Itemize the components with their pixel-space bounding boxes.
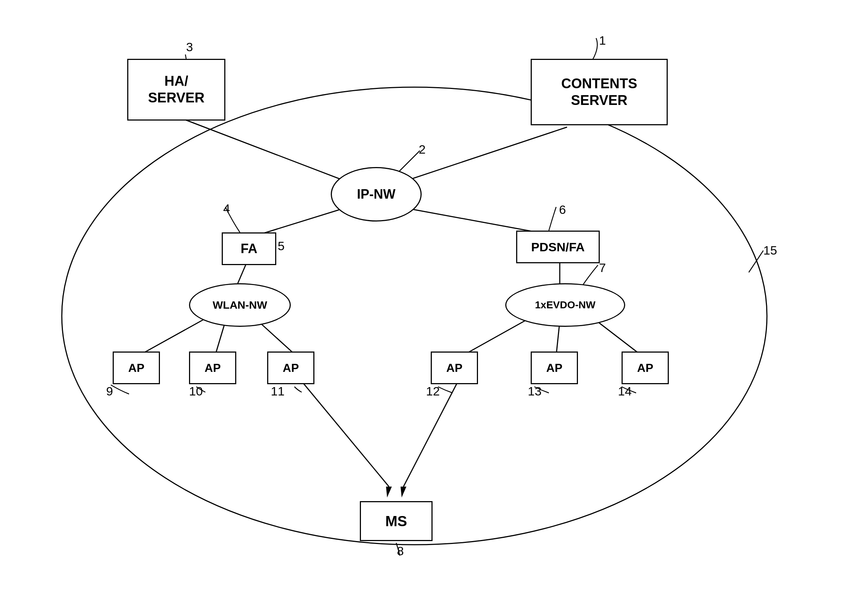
- ip-nw-node: IP-NW: [331, 167, 422, 222]
- ref-1: 1: [599, 34, 606, 47]
- wlan-nw-node: WLAN-NW: [189, 283, 291, 327]
- svg-line-4: [400, 207, 538, 232]
- ap-evdo-2-node: AP: [531, 352, 578, 384]
- ap-wlan-3-node: AP: [267, 352, 314, 384]
- svg-marker-16: [400, 487, 406, 497]
- ha-server-node: HA/ SERVER: [127, 59, 225, 121]
- svg-marker-14: [386, 487, 392, 497]
- ms-node: MS: [360, 501, 433, 541]
- ref-2: 2: [419, 142, 426, 156]
- ref-13: 13: [528, 384, 542, 398]
- ref-6: 6: [559, 203, 566, 217]
- ref-5: 5: [278, 239, 285, 253]
- ref-10: 10: [189, 384, 203, 398]
- svg-line-12: [592, 318, 640, 354]
- svg-point-0: [62, 87, 767, 545]
- contents-server-node: CONTENTS SERVER: [531, 59, 668, 125]
- pdsn-fa-node: PDSN/FA: [516, 231, 600, 263]
- fa-node: FA: [222, 232, 276, 265]
- svg-line-1: [185, 120, 356, 185]
- ref-8: 8: [397, 544, 404, 558]
- network-diagram: CONTENTS SERVER HA/ SERVER IP-NW FA PDSN…: [0, 0, 868, 593]
- ref-3: 3: [186, 40, 193, 54]
- ref-14: 14: [618, 384, 632, 398]
- ref-11: 11: [271, 384, 285, 398]
- ap-evdo-1-node: AP: [431, 352, 478, 384]
- ap-wlan-2-node: AP: [189, 352, 236, 384]
- svg-line-10: [465, 319, 527, 354]
- ref-7: 7: [599, 261, 606, 275]
- ref-9: 9: [106, 384, 113, 398]
- ref-15: 15: [763, 243, 777, 258]
- ap-wlan-1-node: AP: [113, 352, 160, 384]
- ap-evdo-3-node: AP: [621, 352, 669, 384]
- evdo-nw-node: 1xEVDO-NW: [505, 283, 625, 327]
- ref-4: 4: [223, 202, 230, 216]
- svg-line-13: [302, 381, 389, 487]
- svg-line-6: [138, 319, 204, 356]
- ref-12: 12: [426, 384, 440, 398]
